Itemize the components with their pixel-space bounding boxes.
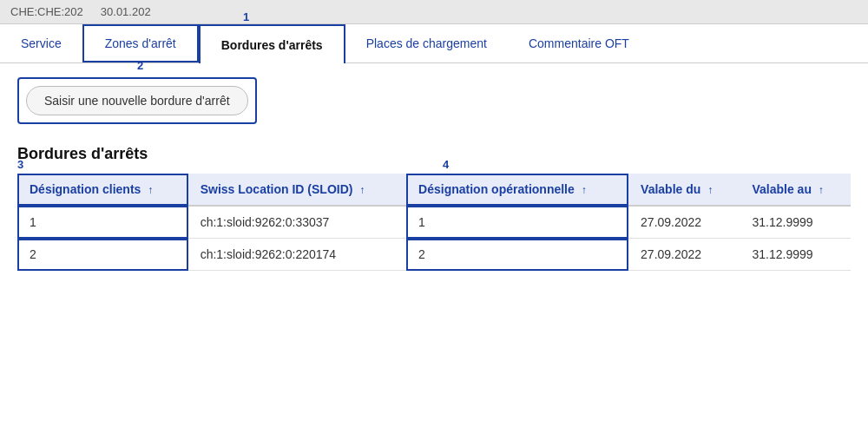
th-sloid[interactable]: Swiss Location ID (SLOID) ↑ <box>188 174 406 206</box>
label-num2: 2 <box>137 59 143 72</box>
td-sloid-2: ch:1:sloid:9262:0:220174 <box>188 239 406 271</box>
th-valable-du[interactable]: Valable du ↑ <box>628 174 740 206</box>
label-num1: 1 <box>243 10 249 23</box>
table-row: 2 ch:1:sloid:9262:0:220174 2 27.09.2022 … <box>17 239 851 271</box>
th-label-valable-au: Valable au <box>752 182 811 196</box>
th-designation-operationnelle[interactable]: Désignation opérationnelle ↑ <box>406 174 628 206</box>
th-designation-clients[interactable]: Désignation clients ↑ <box>17 174 188 206</box>
sort-arrow-sloid[interactable]: ↑ <box>359 184 365 196</box>
table-body: 1 ch:1:sloid:9262:0:33037 1 27.09.2022 3… <box>17 206 851 271</box>
sort-arrow-valable-au[interactable]: ↑ <box>819 184 824 196</box>
tab-commentaire-oft[interactable]: Commentaire OFT <box>508 24 650 62</box>
table-header-row: Désignation clients ↑ Swiss Location ID … <box>17 174 851 206</box>
tab-service[interactable]: Service <box>0 24 82 62</box>
top-bar: CHE:CHE:202 30.01.202 <box>0 0 868 24</box>
td-designation-clients-2: 2 <box>17 239 188 271</box>
label-num4: 4 <box>443 158 449 171</box>
label-num3: 3 <box>17 158 23 171</box>
sort-arrow-designation-operationnelle[interactable]: ↑ <box>582 184 587 196</box>
th-label-designation-clients: Désignation clients <box>30 182 141 196</box>
new-entry-section: Saisir une nouvelle bordure d'arrêt <box>17 77 257 124</box>
table-outer: 3 4 Désignation clients ↑ Swiss Location… <box>17 174 851 271</box>
table-wrapper: Désignation clients ↑ Swiss Location ID … <box>17 174 851 271</box>
td-valable-au-1: 31.12.9999 <box>740 206 851 239</box>
content-area: Saisir une nouvelle bordure d'arrêt Bord… <box>0 63 868 285</box>
tab-zones-arret[interactable]: Zones d'arrêt <box>82 24 199 62</box>
table-row: 1 ch:1:sloid:9262:0:33037 1 27.09.2022 3… <box>17 206 851 239</box>
sort-arrow-valable-du[interactable]: ↑ <box>707 184 713 196</box>
td-sloid-1: ch:1:sloid:9262:0:33037 <box>188 206 406 239</box>
th-label-valable-du: Valable du <box>641 182 700 196</box>
new-entry-button[interactable]: Saisir une nouvelle bordure d'arrêt <box>26 86 248 115</box>
th-valable-au[interactable]: Valable au ↑ <box>740 174 851 206</box>
td-designation-clients-1: 1 <box>17 206 188 239</box>
bordures-table: Désignation clients ↑ Swiss Location ID … <box>17 174 851 271</box>
td-designation-operationnelle-1: 1 <box>406 206 628 239</box>
sort-arrow-designation-clients[interactable]: ↑ <box>148 184 153 196</box>
tabs-container: 1 Service Zones d'arrêt 2 Bordures d'arr… <box>0 24 868 63</box>
tab-bordures-arrets[interactable]: Bordures d'arrêts <box>199 24 345 63</box>
top-bar-item1: CHE:CHE:202 <box>10 5 83 18</box>
td-valable-du-2: 27.09.2022 <box>628 239 740 271</box>
top-bar-item2: 30.01.202 <box>101 5 151 18</box>
th-label-sloid: Swiss Location ID (SLOID) <box>201 182 353 196</box>
section-title: Bordures d'arrêts <box>17 145 851 163</box>
tab-places-chargement[interactable]: Places de chargement <box>345 24 508 62</box>
td-valable-au-2: 31.12.9999 <box>740 239 851 271</box>
th-label-designation-operationnelle: Désignation opérationnelle <box>418 182 575 196</box>
td-valable-du-1: 27.09.2022 <box>628 206 740 239</box>
td-designation-operationnelle-2: 2 <box>406 239 628 271</box>
